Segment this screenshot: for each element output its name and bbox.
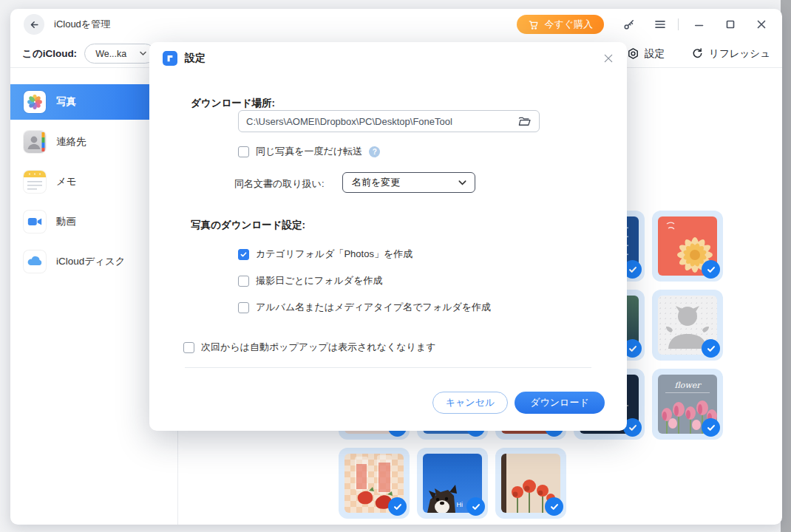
refresh-label: リフレッシュ bbox=[709, 47, 770, 61]
download-path-field[interactable] bbox=[238, 110, 540, 132]
buy-now-label: 今すぐ購入 bbox=[544, 18, 593, 31]
videos-app-icon bbox=[24, 211, 46, 233]
refresh-button[interactable]: リフレッシュ bbox=[691, 47, 770, 61]
checkbox[interactable] bbox=[238, 302, 249, 313]
option-label: カテゴリフォルダ「Photos」を作成 bbox=[256, 248, 413, 261]
sidebar-item-icloud-drive[interactable]: iCloudディスク bbox=[10, 244, 158, 279]
sidebar-item-label: 写真 bbox=[56, 95, 76, 109]
refresh-icon bbox=[691, 47, 704, 60]
settings-label: 設定 bbox=[645, 47, 665, 61]
titlebar-divider bbox=[678, 18, 679, 30]
minimize-icon bbox=[693, 18, 706, 31]
suppress-popup-label: 次回からは自動ポップアップは表示されなくなります bbox=[201, 341, 435, 354]
buy-now-button[interactable]: 今すぐ購入 bbox=[517, 15, 604, 34]
download-button[interactable]: ダウンロード bbox=[515, 392, 605, 414]
conflict-handling-select[interactable]: 名前を変更 bbox=[342, 172, 475, 193]
sidebar-item-label: メモ bbox=[56, 175, 77, 188]
selected-check-icon[interactable] bbox=[702, 260, 720, 279]
sidebar-item-contacts[interactable]: 連絡先 bbox=[10, 124, 158, 160]
option-label: 撮影日ごとにフォルダを作成 bbox=[256, 274, 382, 287]
fonetool-logo-icon bbox=[163, 51, 177, 66]
cart-icon bbox=[528, 19, 539, 30]
selected-check-icon[interactable] bbox=[545, 497, 563, 516]
option-label: アルバム名またはメディアタイプ名でフォルダを作成 bbox=[256, 301, 491, 314]
close-icon bbox=[755, 18, 768, 31]
sidebar-item-videos[interactable]: 動画 bbox=[10, 204, 158, 239]
photo-download-settings-label: 写真のダウンロード設定: bbox=[191, 219, 305, 232]
photo-caption-subline bbox=[665, 392, 710, 393]
selected-check-icon[interactable] bbox=[702, 339, 720, 358]
account-dropdown[interactable]: We...ka bbox=[84, 44, 155, 64]
checkbox[interactable] bbox=[183, 342, 194, 353]
folder-by-album-checkbox[interactable]: アルバム名またはメディアタイプ名でフォルダを作成 bbox=[238, 301, 491, 314]
window-minimize-button[interactable] bbox=[692, 17, 707, 32]
sidebar-item-label: iCloudディスク bbox=[56, 255, 126, 268]
cancel-button[interactable]: キャンセル bbox=[432, 392, 508, 414]
download-location-label: ダウンロード場所: bbox=[191, 97, 275, 110]
gear-icon bbox=[627, 47, 639, 60]
photo-thumbnail[interactable] bbox=[495, 448, 566, 519]
back-button[interactable] bbox=[24, 14, 44, 35]
transfer-once-label: 同じ写真を一度だけ転送 bbox=[256, 145, 362, 158]
dialog-header: 設定 bbox=[149, 42, 627, 75]
footer-divider bbox=[185, 367, 591, 368]
settings-button[interactable]: 設定 bbox=[627, 47, 665, 61]
sidebar-item-photos[interactable]: 写真 bbox=[10, 84, 158, 120]
conflict-handling-label: 同名文書の取り扱い: bbox=[234, 177, 325, 191]
photos-app-icon bbox=[24, 91, 46, 113]
contacts-app-icon bbox=[24, 131, 46, 153]
icloud-drive-icon bbox=[24, 250, 46, 273]
create-category-folder-checkbox[interactable]: カテゴリフォルダ「Photos」を作成 bbox=[238, 248, 413, 261]
sidebar-item-label: 連絡先 bbox=[56, 135, 86, 149]
sidebar-item-notes[interactable]: メモ bbox=[10, 164, 158, 200]
title-bar: iCloudを管理 今すぐ購入 bbox=[10, 9, 782, 40]
settings-dialog: 設定 ダウンロード場所: 同じ写真を一度だけ転送 ? 同名文書の取り扱い: 名前… bbox=[149, 42, 627, 431]
activation-key-button[interactable] bbox=[622, 17, 636, 32]
dialog-close-button[interactable] bbox=[602, 52, 615, 65]
window-maximize-button[interactable] bbox=[723, 17, 738, 32]
notes-app-icon bbox=[24, 171, 46, 193]
account-dropdown-value: We...ka bbox=[95, 49, 126, 59]
photo-thumbnail[interactable]: Hi bbox=[417, 448, 488, 519]
help-icon[interactable]: ? bbox=[369, 146, 380, 157]
sidebar-item-label: 動画 bbox=[56, 215, 76, 228]
checkbox[interactable] bbox=[238, 249, 249, 260]
main-menu-button[interactable] bbox=[653, 17, 668, 32]
desktop-background bbox=[781, 0, 791, 532]
key-icon bbox=[622, 18, 636, 31]
folder-by-date-checkbox[interactable]: 撮影日ごとにフォルダを作成 bbox=[238, 274, 382, 287]
photo-thumbnail[interactable] bbox=[652, 290, 723, 361]
selected-check-icon[interactable] bbox=[466, 497, 485, 516]
transfer-once-checkbox[interactable]: 同じ写真を一度だけ転送 ? bbox=[238, 145, 380, 158]
selected-check-icon[interactable] bbox=[388, 497, 407, 516]
window-close-button[interactable] bbox=[754, 17, 769, 32]
this-icloud-label: このiCloud: bbox=[22, 47, 77, 61]
chevron-down-icon bbox=[139, 50, 147, 58]
conflict-handling-value: 名前を変更 bbox=[352, 176, 400, 189]
photo-thumbnail[interactable] bbox=[339, 448, 410, 519]
photo-thumbnail[interactable]: flower bbox=[652, 369, 723, 440]
checkbox[interactable] bbox=[238, 146, 249, 157]
hamburger-menu-icon bbox=[653, 18, 667, 31]
photo-caption: Hi bbox=[457, 501, 464, 508]
close-icon bbox=[602, 52, 614, 64]
photo-thumbnail[interactable] bbox=[652, 211, 723, 282]
back-arrow-icon bbox=[29, 19, 40, 30]
maximize-icon bbox=[724, 18, 737, 31]
dialog-title: 設定 bbox=[185, 52, 206, 65]
download-path-input[interactable] bbox=[246, 116, 517, 127]
photo-caption: flower bbox=[658, 381, 717, 390]
suppress-popup-checkbox[interactable]: 次回からは自動ポップアップは表示されなくなります bbox=[183, 341, 435, 354]
checkbox[interactable] bbox=[238, 276, 249, 287]
selected-check-icon[interactable] bbox=[702, 418, 720, 437]
chevron-down-icon bbox=[458, 178, 467, 188]
page-title: iCloudを管理 bbox=[54, 18, 110, 31]
folder-browse-icon[interactable] bbox=[517, 115, 532, 129]
